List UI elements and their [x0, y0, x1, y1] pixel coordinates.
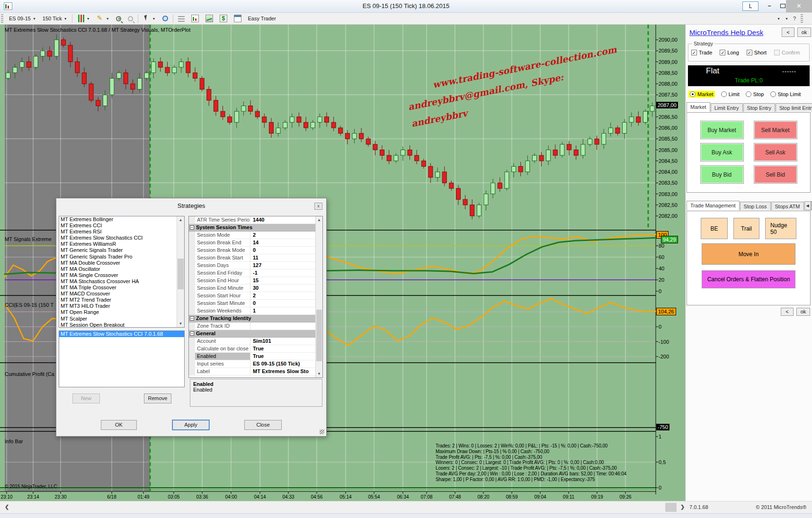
- order-type-limit[interactable]: Limit: [721, 91, 740, 97]
- zoom-in-button[interactable]: [113, 15, 125, 23]
- list-item[interactable]: MT Open Range: [59, 309, 184, 315]
- list-item[interactable]: MT Generic Signals Trader Pro: [59, 254, 184, 260]
- scrollbar-thumb[interactable]: [665, 503, 677, 512]
- scroll-up-icon[interactable]: ▲: [316, 216, 322, 223]
- property-row[interactable]: LabelMT Extremes Slow Sto: [189, 368, 322, 375]
- order-type-stop[interactable]: Stop: [746, 91, 764, 97]
- dialog-resize-grip[interactable]: [320, 429, 324, 434]
- list-item[interactable]: MT MT2 Trend Trader: [59, 297, 184, 303]
- cursor-tool-button[interactable]: ▼: [140, 13, 159, 24]
- list-item[interactable]: MT Scalper: [59, 316, 184, 322]
- scrollbar-thumb[interactable]: [316, 310, 322, 361]
- property-row[interactable]: Session Days127: [189, 262, 322, 269]
- list-item[interactable]: MT MA Double Crossover: [59, 260, 184, 266]
- strategies-button[interactable]: [202, 13, 216, 24]
- remove-button[interactable]: Remove: [144, 393, 171, 403]
- vertical-scrollbar[interactable]: ▲▼: [177, 216, 184, 327]
- nudge-50-button[interactable]: Nudge 50: [765, 218, 796, 239]
- property-category[interactable]: −System Session Times: [189, 224, 322, 232]
- sell-bid-button[interactable]: Sell Bid: [754, 165, 797, 184]
- zoom-out-button[interactable]: [125, 15, 136, 23]
- checkbox-trade[interactable]: ✓Trade: [691, 50, 712, 55]
- scroll-down-icon[interactable]: ▼: [177, 320, 184, 327]
- checkbox-short[interactable]: ✓Short: [747, 50, 767, 55]
- buy-ask-button[interactable]: Buy Ask: [700, 143, 744, 161]
- property-row[interactable]: Input seriesES 09-15 (150 Tick): [189, 360, 322, 368]
- help-button[interactable]: ?: [793, 16, 796, 21]
- property-grid[interactable]: ATR Time Series Perio1440−System Session…: [188, 216, 323, 378]
- checkbox-confirm[interactable]: Confirm: [774, 50, 800, 55]
- tab-stop-limit-entry[interactable]: Stop limit Entry: [776, 103, 812, 112]
- instrument-dropdown[interactable]: ES 09-15▼: [6, 14, 39, 23]
- scrollbar-thumb[interactable]: [178, 259, 184, 290]
- list-item[interactable]: MT MT3 HILO Trader: [59, 303, 184, 309]
- property-row[interactable]: Calculate on bar closeTrue: [189, 345, 322, 353]
- list-item[interactable]: MT Extremes WilliamsR: [59, 241, 184, 247]
- property-row[interactable]: EnabledTrue: [189, 353, 322, 360]
- panel-footer-back-button[interactable]: <: [781, 308, 794, 316]
- collapse-icon[interactable]: −: [190, 225, 194, 230]
- list-item[interactable]: MT Generic Signals Trader: [59, 247, 184, 253]
- ok-button[interactable]: OK: [101, 420, 137, 430]
- tab-limit-entry[interactable]: Limit Entry: [711, 103, 743, 112]
- cancel-flatten-button[interactable]: Cancel Orders & Flatten Position: [702, 270, 795, 288]
- collapse-icon[interactable]: −: [190, 331, 194, 336]
- scroll-up-icon[interactable]: ▲: [177, 216, 184, 223]
- order-type-stop-limit[interactable]: Stop Limit: [770, 91, 801, 97]
- scroll-right-icon[interactable]: ❯: [680, 504, 685, 510]
- property-row[interactable]: Session Break End14: [189, 239, 322, 247]
- be-button[interactable]: BE: [701, 218, 728, 239]
- lock-button[interactable]: L: [742, 1, 758, 11]
- tab-scroll-left-icon[interactable]: ◀: [804, 201, 811, 210]
- trail-button[interactable]: Trail: [733, 218, 759, 239]
- property-grid-scrollbar[interactable]: ▲▼: [315, 216, 322, 377]
- property-row[interactable]: Session Break Start11: [189, 254, 322, 262]
- property-row[interactable]: Session Break Mode0: [189, 247, 322, 254]
- checkbox-long[interactable]: ✓Long: [720, 50, 739, 55]
- property-row[interactable]: Session Weekends1: [189, 307, 322, 315]
- list-item[interactable]: MT Extremes Slow Stochastics CCI: [59, 235, 184, 241]
- panel-dropdown-icon[interactable]: ▼: [785, 17, 788, 20]
- property-row[interactable]: Session Start Hour2: [189, 292, 322, 300]
- tab-stops-atm[interactable]: Stops ATM: [771, 202, 804, 210]
- title-bar[interactable]: ES 09-15 (150 Tick) 18.06.2015 L – ✕: [0, 0, 812, 13]
- property-row[interactable]: Session Mode2: [189, 232, 322, 239]
- sell-market-button[interactable]: Sell Market: [754, 121, 797, 139]
- list-item[interactable]: MT Extremes CCI: [59, 223, 184, 229]
- horizontal-scrollbar[interactable]: ❮ ❯ 7.0.1.68 © 2011 MicroTrends®: [0, 501, 812, 513]
- order-type-market[interactable]: Market: [688, 91, 715, 98]
- minimize-button[interactable]: –: [763, 1, 776, 11]
- panel-footer-ok-button[interactable]: ok: [796, 308, 810, 316]
- list-item[interactable]: MT MACD Crossover: [59, 291, 184, 297]
- property-row[interactable]: Session End Hour15: [189, 277, 322, 285]
- period-dropdown[interactable]: 150 Tick▼: [39, 14, 71, 23]
- crosshair-button[interactable]: [159, 14, 171, 23]
- helpdesk-link[interactable]: MicroTrends Help Desk: [689, 28, 763, 36]
- buy-bid-button[interactable]: Buy Bid: [700, 165, 744, 184]
- list-item[interactable]: MT Extremes RSI: [59, 229, 184, 235]
- list-item[interactable]: MT MA Stochastics Crossover HA: [59, 278, 184, 285]
- toolbar-grip[interactable]: [801, 14, 803, 23]
- close-button[interactable]: ✕: [786, 0, 812, 12]
- tab-market[interactable]: Market: [687, 102, 710, 112]
- panel-dropdown-icon[interactable]: ▼: [777, 17, 780, 20]
- list-item[interactable]: MT Extremes Bollinger: [59, 216, 184, 223]
- chart-style-button[interactable]: ▼: [74, 13, 93, 24]
- data-grid-button[interactable]: [231, 13, 245, 24]
- property-category[interactable]: −Zone Tracking Identity: [189, 315, 322, 322]
- property-row[interactable]: Session End Minute30: [189, 285, 322, 292]
- property-row[interactable]: ATR Time Series Perio1440: [189, 216, 322, 224]
- collapse-icon[interactable]: −: [190, 316, 194, 321]
- panel-ok-button[interactable]: ok: [797, 27, 811, 37]
- property-row[interactable]: Session End Friday-1: [189, 269, 322, 277]
- chart-trader-button[interactable]: [216, 13, 231, 24]
- toolbar-grip[interactable]: [1, 14, 3, 23]
- list-item[interactable]: MT MA Triple Crossover: [59, 285, 184, 291]
- indicators-button[interactable]: [188, 13, 202, 24]
- close-dialog-button[interactable]: Close: [244, 420, 282, 430]
- list-item[interactable]: MT Extremes Slow Stochastics CCI 7.0.1.6…: [59, 331, 184, 337]
- buy-market-button[interactable]: Buy Market: [700, 121, 744, 139]
- dialog-close-button[interactable]: x: [314, 203, 322, 210]
- data-series-button[interactable]: [175, 14, 188, 23]
- configured-strategies-list[interactable]: MT Extremes Slow Stochastics CCI 7.0.1.6…: [59, 330, 185, 387]
